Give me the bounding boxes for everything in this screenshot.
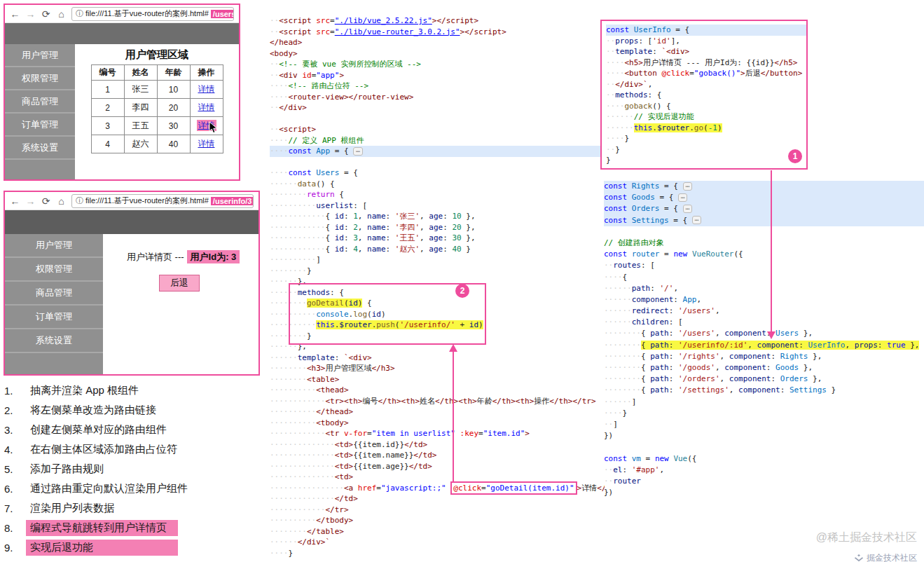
code-token: <a: [344, 484, 358, 493]
sidebar-menu: 用户管理权限管理商品管理订单管理系统设置: [5, 44, 75, 179]
code-token: path: [650, 352, 669, 361]
code-line: ················<a href="javascript:;" @…: [270, 483, 605, 494]
url-bar[interactable]: ⓘ file:///11.基于vue-router的案例.html#/useri…: [71, 194, 254, 208]
sidebar-item[interactable]: 商品管理: [5, 282, 103, 306]
forward-icon[interactable]: →: [25, 196, 36, 207]
code-token: {: [641, 374, 650, 383]
sidebar-item[interactable]: 用户管理: [5, 234, 103, 258]
code-token: ,: [358, 223, 367, 232]
code-editor-userinfo[interactable]: const UserInfo = {··props: ['id'],··temp…: [606, 25, 806, 166]
step-number: 9.: [4, 542, 26, 554]
code-editor-right[interactable]: const Rights = { ⋯const Goods = { ⋯const…: [604, 181, 924, 507]
code-token: ,: [648, 80, 653, 89]
code-token: }: [827, 385, 836, 395]
sidebar-item[interactable]: 订单管理: [5, 114, 75, 137]
sidebar-item[interactable]: 权限管理: [5, 67, 75, 90]
code-token: ,: [720, 374, 729, 383]
sidebar-item[interactable]: 用户管理: [5, 44, 75, 67]
info-icon: ⓘ: [76, 196, 83, 206]
url-text: file:///11.基于vue-router的案例.html#: [85, 8, 209, 19]
back-button[interactable]: 后退: [159, 275, 200, 292]
code-line: ··<script src="./lib/vue-router_3.0.2.js…: [270, 27, 605, 38]
step-text: 在右侧主体区域添加路由占位符: [26, 441, 181, 458]
code-line: const Rights = { ⋯: [604, 181, 924, 192]
detail-link[interactable]: 详情: [197, 83, 216, 95]
code-line: ··router: [604, 476, 924, 487]
indent-dots: ········: [270, 266, 307, 275]
indent-dots: ··········: [270, 407, 316, 416]
url-bar[interactable]: ⓘ file:///11.基于vue-router的案例.html#/users: [71, 7, 234, 21]
code-token: [627, 193, 632, 202]
forward-icon[interactable]: →: [25, 8, 36, 20]
code-line: ········{ path: '/goods', component: Goo…: [604, 362, 924, 373]
code-token: Users: [775, 329, 799, 338]
sidebar-item[interactable]: 系统设置: [5, 137, 75, 160]
code-token: id: [302, 71, 311, 80]
step-item: 6.通过路由重定向默认渲染用户组件: [4, 479, 258, 498]
indent-dots: ········: [604, 329, 641, 338]
code-line: [604, 226, 924, 238]
code-token: =: [481, 481, 486, 495]
code-token: 详情: [581, 484, 597, 493]
code-token: <td>: [335, 440, 354, 449]
code-token: const: [604, 454, 627, 463]
code-token: },: [799, 363, 813, 372]
code-token: el: [613, 465, 622, 474]
code-token: <h5>: [625, 58, 644, 67]
code-token: :: [771, 374, 780, 383]
code-line: }): [604, 487, 924, 498]
back-icon[interactable]: ←: [10, 8, 20, 20]
code-line: ··routes: [: [604, 260, 924, 271]
detail-link[interactable]: 详情: [197, 138, 216, 149]
code-line: ········<table>: [270, 374, 605, 385]
code-token: const: [606, 25, 629, 34]
code-token: =: [330, 27, 335, 36]
code-line: <body>: [270, 48, 605, 60]
step-number: 3.: [4, 424, 26, 436]
table-cell: 40: [157, 135, 190, 153]
code-token: // 实现后退功能: [634, 112, 694, 121]
indent-dots: ····: [606, 134, 625, 143]
reload-icon[interactable]: ⟳: [41, 196, 51, 207]
sidebar-item[interactable]: 订单管理: [5, 306, 103, 329]
sidebar-item[interactable]: 系统设置: [5, 329, 103, 353]
app-header-bar: [5, 23, 239, 44]
code-token: <div>: [666, 47, 689, 56]
code-line: const router = new VueRouter({: [604, 249, 924, 260]
code-token: :: [652, 47, 661, 56]
code-token: '赵六': [395, 245, 420, 254]
code-token: href: [358, 484, 377, 493]
code-token: '#app': [632, 465, 660, 474]
code-line: ······redirect: '/users',: [604, 306, 924, 317]
code-token: ⋯: [683, 182, 692, 191]
code-token: id: [335, 223, 344, 232]
code-token: src: [316, 16, 330, 25]
code-token: router: [613, 477, 641, 486]
sidebar-item[interactable]: 商品管理: [5, 90, 75, 114]
reload-icon[interactable]: ⟳: [41, 8, 51, 20]
home-icon[interactable]: ⌂: [56, 8, 67, 20]
code-token: :: [443, 223, 452, 232]
code-token: ,: [358, 212, 367, 221]
code-token: {: [623, 273, 628, 282]
sidebar-item[interactable]: 权限管理: [5, 258, 103, 282]
code-token: Goods: [632, 193, 655, 202]
column-header: 编号: [91, 65, 124, 81]
code-line: ··<div id="app">: [270, 70, 605, 81]
code-token: component: [738, 385, 780, 395]
code-token: :: [344, 223, 353, 232]
browser-window-userinfo: ← → ⟳ ⌂ ⓘ file:///11.基于vue-router的案例.htm…: [4, 191, 260, 376]
step-text: 通过路由重定向默认渲染用户组件: [26, 481, 192, 497]
code-line: ··········</thead>: [270, 406, 605, 418]
code-line: ··]: [604, 419, 924, 430]
column-header: 年龄: [157, 65, 190, 81]
code-token: 姓名: [420, 397, 435, 406]
code-token: goback: [625, 102, 653, 111]
code-line: const Orders = { ⋯: [604, 203, 924, 214]
detail-link[interactable]: 详情: [197, 102, 216, 113]
code-token: @click: [661, 69, 689, 78]
code-token: ⋯: [683, 205, 692, 213]
code-token: </div>: [615, 80, 643, 89]
back-icon[interactable]: ←: [10, 196, 20, 207]
home-icon[interactable]: ⌂: [56, 196, 67, 207]
